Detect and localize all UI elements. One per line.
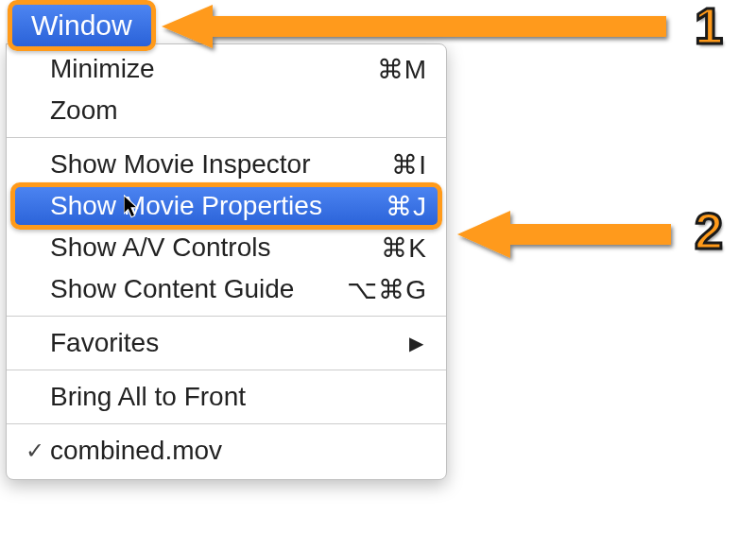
menu-separator bbox=[7, 137, 446, 138]
menu-item-show-content-guide[interactable]: Show Content Guide ⌥⌘G bbox=[7, 268, 446, 310]
menu-item-shortcut: ⌘J bbox=[386, 191, 433, 222]
menu-item-favorites[interactable]: Favorites ▶ bbox=[7, 322, 446, 364]
menubar-item-window[interactable]: Window bbox=[8, 0, 156, 51]
menu-item-zoom[interactable]: Zoom bbox=[7, 90, 446, 131]
svg-rect-1 bbox=[213, 16, 666, 37]
annotation-badge-1: 1 bbox=[695, 0, 723, 55]
svg-rect-3 bbox=[510, 224, 671, 245]
menu-item-label: Minimize bbox=[48, 54, 377, 84]
svg-marker-4 bbox=[457, 211, 510, 258]
menu-item-show-av-controls[interactable]: Show A/V Controls ⌘K bbox=[7, 227, 446, 268]
menu-item-shortcut: ⌥⌘G bbox=[347, 274, 433, 305]
menu-item-label: Show Movie Inspector bbox=[48, 149, 391, 180]
menu-separator bbox=[7, 316, 446, 317]
menu-item-label: Favorites bbox=[48, 328, 409, 358]
menu-item-label: Show A/V Controls bbox=[48, 232, 381, 263]
menu-check-icon: ✓ bbox=[22, 438, 48, 464]
submenu-arrow-icon: ▶ bbox=[409, 332, 433, 354]
menu-separator bbox=[7, 370, 446, 370]
menu-item-label: Show Movie Properties bbox=[48, 191, 386, 221]
menu-item-shortcut: ⌘I bbox=[391, 149, 433, 181]
menu-item-label: combined.mov bbox=[48, 436, 433, 466]
menu-item-minimize[interactable]: Minimize ⌘M bbox=[7, 48, 446, 90]
window-menu-dropdown: Minimize ⌘M Zoom Show Movie Inspector ⌘I… bbox=[6, 43, 447, 480]
menu-item-shortcut: ⌘K bbox=[381, 232, 433, 264]
menu-item-label: Bring All to Front bbox=[48, 382, 433, 412]
annotation-arrow-2 bbox=[454, 203, 680, 269]
menu-item-bring-all-to-front[interactable]: Bring All to Front bbox=[7, 376, 446, 418]
menu-item-show-movie-inspector[interactable]: Show Movie Inspector ⌘I bbox=[7, 144, 446, 185]
menu-item-show-movie-properties[interactable]: Show Movie Properties ⌘J bbox=[7, 185, 446, 227]
menu-item-combined-mov[interactable]: ✓ combined.mov bbox=[7, 430, 446, 472]
menu-item-label: Show Content Guide bbox=[48, 274, 347, 304]
annotation-badge-2: 2 bbox=[695, 201, 723, 260]
menu-item-shortcut: ⌘M bbox=[377, 54, 433, 85]
menubar-item-label: Window bbox=[31, 11, 132, 40]
menu-separator bbox=[7, 423, 446, 424]
svg-marker-2 bbox=[162, 5, 213, 48]
menu-item-label: Zoom bbox=[48, 95, 427, 126]
